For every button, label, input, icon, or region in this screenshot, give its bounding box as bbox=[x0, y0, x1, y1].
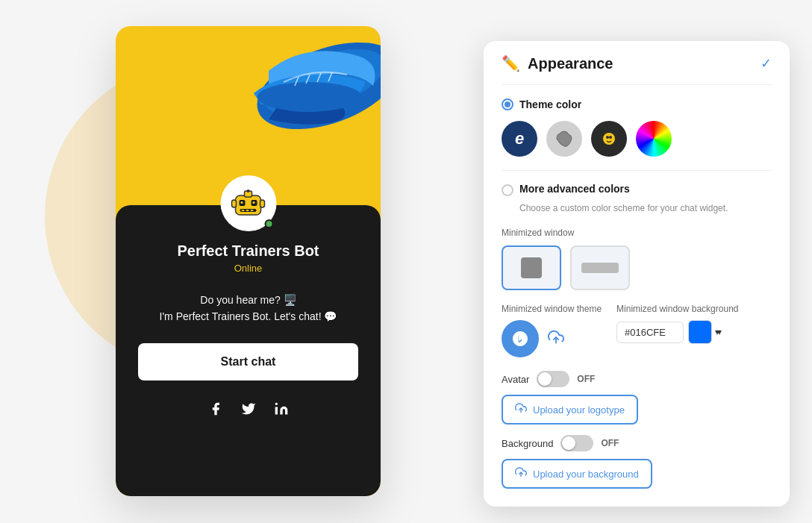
chat-card-content: Perfect Trainers Bot Online Do you hear … bbox=[138, 242, 358, 420]
min-win-icon-shape bbox=[521, 257, 542, 278]
svg-rect-19 bbox=[232, 200, 237, 207]
color-hex-input[interactable] bbox=[616, 322, 684, 343]
theme-color-swatches: e bbox=[502, 121, 772, 157]
theme-swatch-dark[interactable] bbox=[591, 121, 627, 157]
minimized-window-theme-label: Minimized window theme bbox=[502, 304, 602, 314]
pencil-icon: ✏️ bbox=[502, 54, 520, 72]
min-win-option-icon[interactable] bbox=[502, 245, 561, 290]
upload-logotype-label: Upload your logotype bbox=[533, 404, 625, 416]
color-input-row: ▾ bbox=[616, 320, 738, 344]
svg-rect-14 bbox=[253, 201, 255, 204]
avatar-toggle-row: Avatar OFF bbox=[502, 371, 772, 387]
svg-point-24 bbox=[609, 136, 612, 139]
scene: ✕ ✕ ✕ bbox=[0, 0, 812, 523]
upload-logotype-icon bbox=[515, 402, 527, 417]
min-win-bar-shape bbox=[581, 263, 619, 273]
background-label: Background bbox=[502, 438, 553, 449]
svg-rect-16 bbox=[242, 210, 245, 211]
chevron-icon[interactable]: ✓ bbox=[761, 55, 772, 72]
minimized-theme-option-selected[interactable] bbox=[502, 320, 539, 357]
upload-background-label: Upload your background bbox=[533, 469, 639, 480]
svg-rect-18 bbox=[251, 210, 254, 211]
twitter-icon[interactable] bbox=[241, 401, 256, 420]
upload-logotype-button[interactable]: Upload your logotype bbox=[502, 395, 638, 425]
minimized-window-options bbox=[502, 245, 772, 290]
panel-header-left: ✏️ Appearance bbox=[502, 54, 613, 72]
svg-point-23 bbox=[606, 136, 609, 139]
social-icons-row bbox=[138, 401, 358, 420]
min-win-option-bar[interactable] bbox=[570, 245, 630, 290]
svg-rect-8 bbox=[236, 195, 261, 215]
theme-swatch-rainbow[interactable] bbox=[636, 121, 672, 157]
background-toggle-state: OFF bbox=[601, 438, 619, 448]
panel-header: ✏️ Appearance ✓ bbox=[502, 41, 772, 85]
bot-avatar-wrapper bbox=[220, 175, 276, 231]
background-toggle[interactable] bbox=[560, 435, 593, 451]
appearance-panel: ✏️ Appearance ✓ Theme color e bbox=[484, 41, 790, 507]
chat-widget-card: Perfect Trainers Bot Online Do you hear … bbox=[116, 26, 381, 496]
minimized-window-bg-col: Minimized window background ▾ bbox=[616, 304, 738, 344]
color-swatch-button[interactable] bbox=[688, 320, 712, 344]
svg-point-10 bbox=[247, 190, 250, 192]
advanced-colors-radio[interactable] bbox=[502, 184, 513, 196]
bot-avatar bbox=[220, 175, 276, 231]
online-indicator bbox=[264, 219, 273, 228]
cloud-upload-icon[interactable] bbox=[548, 329, 564, 349]
shoe-image-area bbox=[209, 26, 381, 160]
theme-swatch-light[interactable] bbox=[546, 121, 582, 157]
chat-card-bottom: Perfect Trainers Bot Online Do you hear … bbox=[116, 205, 381, 496]
background-toggle-row: Background OFF bbox=[502, 435, 772, 451]
facebook-icon[interactable] bbox=[208, 401, 223, 420]
svg-rect-17 bbox=[246, 210, 249, 211]
svg-rect-13 bbox=[241, 201, 243, 204]
bot-message: Do you hear me? 🖥️ I'm Perfect Trainers … bbox=[138, 292, 358, 325]
svg-point-22 bbox=[603, 133, 615, 145]
theme-color-radio[interactable] bbox=[502, 98, 513, 110]
avatar-toggle[interactable] bbox=[537, 371, 569, 387]
upload-background-button[interactable]: Upload your background bbox=[502, 459, 652, 489]
start-chat-button[interactable]: Start chat bbox=[138, 343, 358, 380]
svg-point-2 bbox=[257, 82, 362, 112]
theme-swatch-dark-blue[interactable]: e bbox=[502, 121, 537, 157]
panel-title: Appearance bbox=[528, 55, 613, 72]
theme-color-section-label: Theme color bbox=[502, 98, 772, 110]
upload-background-icon bbox=[515, 466, 527, 481]
minimized-window-theme-col: Minimized window theme bbox=[502, 304, 602, 357]
theme-bg-row: Minimized window theme bbox=[502, 304, 772, 357]
minimized-window-bg-label: Minimized window background bbox=[616, 304, 738, 314]
avatar-label: Avatar bbox=[502, 374, 529, 385]
svg-rect-20 bbox=[260, 200, 265, 207]
svg-point-21 bbox=[275, 402, 277, 404]
bot-name: Perfect Trainers Bot bbox=[138, 242, 358, 260]
linkedin-icon[interactable] bbox=[274, 401, 289, 420]
section-divider bbox=[502, 170, 772, 171]
advanced-colors-section: More advanced colors Choose a custom col… bbox=[502, 183, 772, 214]
avatar-toggle-state: OFF bbox=[577, 374, 595, 384]
bot-status: Online bbox=[138, 263, 358, 274]
minimized-window-label: Minimized window bbox=[502, 228, 772, 238]
